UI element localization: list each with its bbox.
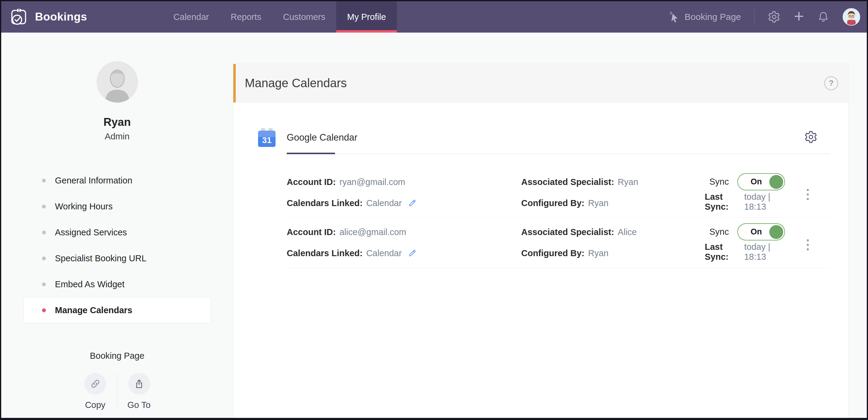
brand[interactable]: Bookings [9,1,87,33]
page-title: Manage Calendars [245,76,347,90]
bullet-dot-icon [42,179,46,183]
row-actions-kebab-icon[interactable] [804,236,812,253]
top-navbar: Bookings Calendar Reports Customers My P… [1,1,867,33]
sidebar-item-label: Specialist Booking URL [55,253,146,263]
cursor-icon [670,11,680,22]
provider-settings-gear-icon[interactable] [804,130,817,143]
last-sync-value: today | 18:13 [744,192,785,212]
page-content: Ryan Admin General Information Working H… [1,33,867,418]
profile-role: Admin [105,132,129,141]
account-id-value: alice@gmail.com [340,227,406,237]
sync-label: Sync [710,227,729,237]
sync-toggle-state: On [751,177,762,187]
calendars-linked-value: Calendar [366,198,402,208]
sidebar-item-assigned-services[interactable]: Assigned Services [24,219,211,245]
bullet-dot-icon [42,204,46,208]
profile-menu: General Information Working Hours Assign… [24,167,211,323]
help-icon[interactable]: ? [824,76,838,90]
profile-name: Ryan [103,116,131,129]
sidebar-item-general-information[interactable]: General Information [24,167,211,193]
bookings-logo-icon [9,7,29,27]
associated-specialist-label: Associated Specialist: [521,227,614,237]
tab-customers[interactable]: Customers [272,1,336,33]
booking-page-link[interactable]: Booking Page [670,11,741,22]
goto-booking-page-button[interactable]: Go To [121,373,157,410]
sync-toggle[interactable]: On [737,173,785,190]
sidebar-item-label: Manage Calendars [55,305,132,315]
calendars-linked-label: Calendars Linked: [287,248,363,258]
goto-label: Go To [127,400,151,410]
calendars-linked-value: Calendar [366,248,402,258]
share-goto-icon [134,378,145,389]
sidebar-item-embed-as-widget[interactable]: Embed As Widget [24,271,211,297]
google-calendar-icon: 31 [258,128,276,147]
sidebar-item-manage-calendars[interactable]: Manage Calendars [24,297,211,323]
configured-by-label: Configured By: [521,198,584,208]
booking-page-label: Booking Page [684,12,741,22]
copy-booking-url-button[interactable]: Copy [77,373,114,410]
bullet-dot-icon [42,256,46,260]
brand-name: Bookings [35,10,87,23]
sidebar-item-label: Assigned Services [55,227,127,237]
booking-page-tools-title: Booking Page [90,351,145,361]
sidebar-item-label: Working Hours [55,201,113,212]
associated-specialist-label: Associated Specialist: [521,177,614,187]
bullet-dot-icon [42,230,46,234]
row-actions-kebab-icon[interactable] [804,186,812,203]
tab-my-profile[interactable]: My Profile [336,1,397,33]
provider-tab-google-calendar[interactable]: Google Calendar [287,132,357,143]
panel-body: 31 Google Calendar [233,128,848,268]
user-avatar[interactable] [843,8,860,26]
associated-specialist-value: Alice [618,227,637,237]
copy-label: Copy [85,400,105,410]
primary-nav: Calendar Reports Customers My Profile [163,1,397,33]
calendar-account-row: Account ID: ryan@gmail.com Calendars Lin… [285,154,830,218]
sidebar-item-working-hours[interactable]: Working Hours [24,193,211,219]
link-icon [90,378,101,389]
toggle-knob [769,175,783,189]
account-id-label: Account ID: [287,227,336,237]
active-bullet-dot-icon [42,309,46,312]
last-sync-label: Last Sync: [705,242,741,262]
notifications-bell-icon[interactable] [817,11,829,23]
app-window: Bookings Calendar Reports Customers My P… [0,0,868,420]
manage-calendars-panel: Manage Calendars ? 31 Google Calendar [233,64,849,418]
associated-specialist-value: Ryan [618,177,638,187]
configured-by-label: Configured By: [521,248,584,258]
sidebar-item-label: General Information [55,175,132,186]
navbar-divider [754,9,754,25]
tab-calendar[interactable]: Calendar [163,1,220,33]
sidebar-item-label: Embed As Widget [55,280,125,289]
profile-avatar-placeholder [97,61,138,103]
edit-calendars-icon[interactable] [408,249,417,258]
edit-calendars-icon[interactable] [408,198,417,207]
account-id-value: ryan@gmail.com [340,177,405,187]
calendars-linked-label: Calendars Linked: [287,198,363,208]
profile-sidebar: Ryan Admin General Information Working H… [1,33,233,418]
provider-tab-underline [287,153,830,154]
booking-page-tools: Booking Page Copy [77,351,157,410]
navbar-right: Booking Page + [670,1,867,33]
sync-toggle[interactable]: On [737,223,785,240]
last-sync-label: Last Sync: [705,192,741,212]
configured-by-value: Ryan [588,198,609,208]
account-id-label: Account ID: [287,177,336,187]
panel-header: Manage Calendars ? [233,64,848,103]
calendar-provider-bar: 31 Google Calendar [233,128,848,147]
add-plus-icon[interactable]: + [794,9,804,25]
configured-by-value: Ryan [588,248,609,258]
toggle-knob [769,225,783,239]
calendar-account-row: Account ID: alice@gmail.com Calendars Li… [285,218,830,268]
sync-label: Sync [710,177,729,187]
tab-reports[interactable]: Reports [220,1,272,33]
last-sync-value: today | 18:13 [744,242,785,262]
sync-toggle-state: On [751,227,762,236]
settings-gear-icon[interactable] [768,10,780,23]
bullet-dot-icon [42,282,46,286]
sidebar-item-specialist-booking-url[interactable]: Specialist Booking URL [24,245,211,271]
